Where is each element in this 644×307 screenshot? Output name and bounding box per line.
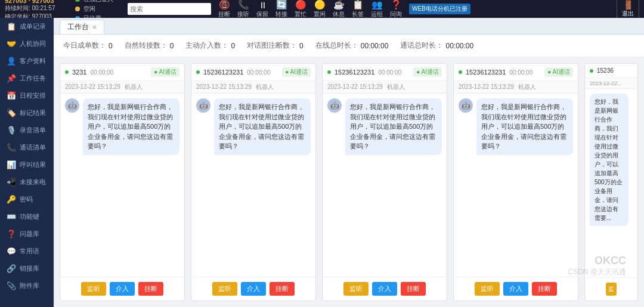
busy-btn[interactable]: 🔴置忙 <box>292 0 309 18</box>
hotkeys-icon: ⌨️ <box>7 212 16 221</box>
card-subheader-4: 2023-12-22... <box>585 78 637 89</box>
monitor-button-2[interactable]: 监听 <box>343 282 369 296</box>
cards-area: 3231 00:00:00 ● AI通话 2023-12-22 15:13:29… <box>54 57 644 307</box>
sidebar-item-calls[interactable]: 📞 通话清单 <box>0 139 54 156</box>
sidebar-label-attachments: 附件库 <box>20 281 39 290</box>
card-time-0: 00:00:00 <box>90 69 113 76</box>
sidebar-label-human-ai: 人机协同 <box>20 39 46 48</box>
sidebar-item-attachments[interactable]: 📎 附件库 <box>0 277 54 294</box>
stat-natural-value: 0 <box>170 42 174 50</box>
sidebar-item-faq[interactable]: ❓ 问题库 <box>0 225 54 243</box>
stat-dialog-break: 对话图注断数： 0 <box>247 41 304 51</box>
sidebar-item-schedule[interactable]: 📅 日程安排 <box>0 87 54 104</box>
msg-row-3: 🤖 您好，我是新网银行合作商，我们现在针对使用过微业贷的用户，可以追加最高500… <box>459 98 573 155</box>
card-messages-0: 🤖 您好，我是新网银行合作商，我们现在针对使用过微业贷的用户，可以追加最高500… <box>60 94 184 277</box>
stat-dialog-value: 0 <box>299 42 304 50</box>
status-idle-label: 空闲 <box>83 5 95 13</box>
search-input[interactable] <box>128 3 211 15</box>
long-sign-btn[interactable]: 📋长签 <box>349 0 366 18</box>
hangup-button-1[interactable]: 挂断 <box>270 282 295 296</box>
sidebar-item-recordings[interactable]: 🎙️ 录音清单 <box>0 122 54 139</box>
msg-bubble-3: 您好，我是新网银行合作商，我们现在针对使用过微业贷的用户，可以追加最高500万的… <box>476 98 573 155</box>
status-online-row: 在线已签入 <box>75 0 123 4</box>
card-footer-3: 监听 介入 挂断 <box>454 277 578 300</box>
intervene-button-2[interactable]: 介入 <box>372 282 397 296</box>
stat-natural-transfer: 自然转接数： 0 <box>125 41 174 51</box>
rest-btn[interactable]: ☕休息 <box>330 0 347 18</box>
sidebar-label-missed: 未接来电 <box>20 178 46 187</box>
intervene-button-0[interactable]: 介入 <box>110 282 135 296</box>
card-footer-0: 监听 介入 挂断 <box>60 277 184 300</box>
sidebar-label-sales: 销接库 <box>20 264 39 273</box>
msg-bubble-0: 您好，我是新网银行合作商，我们现在针对使用过微业贷的用户，可以追加最高500万的… <box>83 98 179 155</box>
orders-icon: 📋 <box>7 22 16 31</box>
sidebar-item-sales[interactable]: 🔗 销接库 <box>0 260 54 277</box>
msg-bubble-2: 您好，我是新网银行合作商，我们现在针对使用过微业贷的用户，可以追加最高500万的… <box>345 98 442 155</box>
msg-row-2: 🤖 您好，我是新网银行合作商，我们现在针对使用过微业贷的用户，可以追加最高500… <box>327 98 442 155</box>
call-results-icon: 📊 <box>7 160 16 169</box>
card-messages-2: 🤖 您好，我是新网银行合作商，我们现在针对使用过微业贷的用户，可以追加最高500… <box>323 94 447 277</box>
hangup-btn[interactable]: 📵挂断 <box>216 0 233 18</box>
card-subheader-1: 2023-12-22 15:13:29 机器人 <box>191 81 315 94</box>
missed-icon: 📲 <box>7 178 16 187</box>
msg-avatar-2: 🤖 <box>327 98 342 113</box>
stat-active-value: 0 <box>231 42 235 50</box>
sidebar-item-tasks[interactable]: 📌 工作任务 <box>0 70 54 87</box>
chat-card-1: 15236123231 00:00:00 ● AI通话 2023-12-22 1… <box>191 63 316 301</box>
stat-natural-label: 自然转接数： <box>125 41 168 51</box>
stat-orders-value: 0 <box>109 42 113 50</box>
group-btn[interactable]: 👥运组 <box>369 0 385 18</box>
sidebar-item-missed[interactable]: 📲 未接来电 <box>0 173 54 191</box>
card-header-4: 15236 <box>585 64 637 78</box>
card-header-2: 15236123231 00:00:00 ● AI通话 <box>323 64 447 81</box>
card-phone-2: 15236123231 <box>335 69 374 76</box>
intervene-button-1[interactable]: 介入 <box>241 282 266 296</box>
answer-btn[interactable]: 📞接听 <box>235 0 252 18</box>
password-icon: 🔑 <box>7 195 16 204</box>
msg-bubble-1: 您好，我是新网银行合作商，我们现在针对使用过微业贷的用户，可以追加最高500万的… <box>214 98 311 155</box>
sidebar-label-call-results: 呼叫结果 <box>20 160 46 169</box>
stats-bar: 今日成单数： 0 自然转接数： 0 主动介入数： 0 对话图注断数： 0 在线总… <box>54 35 644 57</box>
card-footer-1: 监听 介入 挂断 <box>191 277 315 300</box>
hangup-button-3[interactable]: 挂断 <box>532 282 557 296</box>
hangup-button-0[interactable]: 挂断 <box>138 282 163 296</box>
sidebar-item-phrases[interactable]: 💬 常用语 <box>0 243 54 260</box>
hold-btn[interactable]: ⏸保留 <box>254 0 271 18</box>
stat-orders: 今日成单数： 0 <box>63 41 113 51</box>
human-ai-icon: 🤝 <box>7 39 16 48</box>
tab-workbench[interactable]: 工作台 × <box>60 20 104 34</box>
msg-row-0: 🤖 您好，我是新网银行合作商，我们现在针对使用过微业贷的用户，可以追加最高500… <box>65 98 179 155</box>
monitor-button-0[interactable]: 监听 <box>81 282 106 296</box>
sidebar-item-hotkeys[interactable]: ⌨️ 功能键 <box>0 208 54 225</box>
tab-close-icon[interactable]: × <box>92 23 97 32</box>
idle-btn[interactable]: 🟡置闲 <box>311 0 328 18</box>
card-subheader-3: 2023-12-22 15:13:29 机器人 <box>454 81 578 94</box>
monitor-button-3[interactable]: 监听 <box>475 282 500 296</box>
chat-card-3: 15236123231 00:00:00 ● AI通话 2023-12-22 1… <box>453 63 578 301</box>
intervene-button-3[interactable]: 介入 <box>503 282 528 296</box>
transfer-btn[interactable]: 🔄转接 <box>273 0 290 18</box>
chat-card-4: 15236 2023-12-22... 您好，我是新网银行合作商，我们现在针对使… <box>584 63 638 301</box>
card-subtime-4: 2023-12-22... <box>590 80 622 86</box>
monitor-button-4[interactable]: 监 <box>606 283 617 296</box>
content-area: 工作台 × 今日成单数： 0 自然转接数： 0 主动介入数： 0 对话图注断数：… <box>54 18 644 307</box>
sidebar-item-tags[interactable]: 🏷️ 标记结果 <box>0 104 54 122</box>
inquiry-btn[interactable]: ❓问询 <box>388 0 404 18</box>
card-header-3: 15236123231 00:00:00 ● AI通话 <box>454 64 578 81</box>
monitor-button-1[interactable]: 监听 <box>212 282 237 296</box>
exit-button[interactable]: 🚪 退出 <box>617 0 639 20</box>
sidebar-item-human-ai[interactable]: 🤝 人机协同 <box>0 35 54 52</box>
hangup-button-2[interactable]: 挂断 <box>401 282 426 296</box>
chat-card-2: 15236123231 00:00:00 ● AI通话 2023-12-22 1… <box>322 63 447 301</box>
stat-call-value: 00:00:00 <box>445 42 473 50</box>
tab-bar: 工作台 × <box>54 18 644 35</box>
sidebar-item-customer[interactable]: 👤 客户资料 <box>0 52 54 70</box>
sidebar-label-customer: 客户资料 <box>20 57 46 66</box>
card-phone-3: 15236123231 <box>466 69 506 76</box>
sidebar-item-orders[interactable]: 📋 成单记录 <box>0 18 54 35</box>
sidebar-item-password[interactable]: 🔑 密码 <box>0 191 54 208</box>
card-subtype-2: 机器人 <box>387 83 405 90</box>
exit-label: 退出 <box>622 10 634 18</box>
sidebar-label-faq: 问题库 <box>20 230 39 238</box>
sidebar-item-call-results[interactable]: 📊 呼叫结果 <box>0 156 54 173</box>
